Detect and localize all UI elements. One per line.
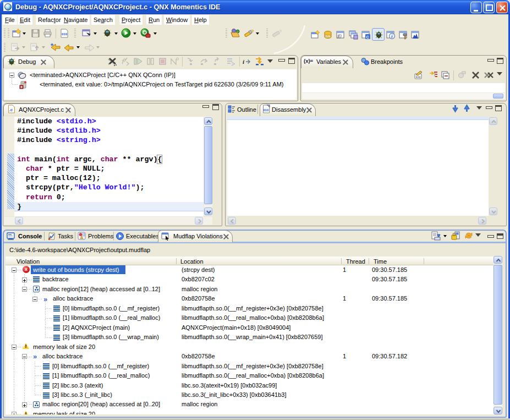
svg-text:010: 010 bbox=[62, 32, 68, 36]
svg-text:i: i bbox=[243, 58, 245, 65]
svg-text:C: C bbox=[366, 35, 369, 39]
svg-text:010: 010 bbox=[264, 108, 268, 112]
svg-text:f(): f() bbox=[338, 34, 342, 39]
svg-text:.c: .c bbox=[9, 107, 13, 112]
svg-text:SVN: SVN bbox=[325, 35, 330, 38]
